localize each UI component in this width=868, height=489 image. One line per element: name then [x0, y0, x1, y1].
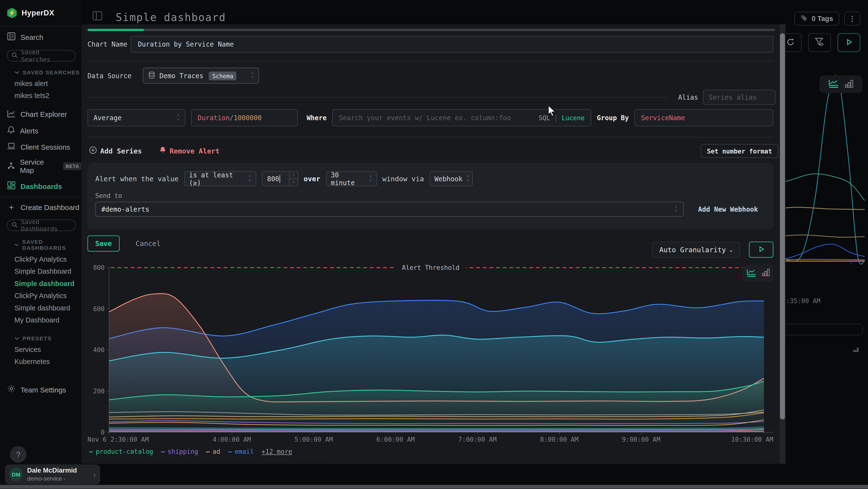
divider — [88, 97, 668, 97]
alert-window-select[interactable]: 30 minute ˄˅ — [326, 171, 377, 186]
saved-searches-placeholder: Saved Searches — [21, 49, 71, 63]
data-source-select[interactable]: Demo Traces Schema ˄˅ — [143, 67, 259, 84]
preset-item-services[interactable]: Services — [0, 343, 82, 356]
data-source-label: Data Source — [88, 72, 143, 79]
saved-search-item[interactable]: mikes alert — [0, 78, 82, 90]
number-spinner[interactable]: ˄˅ — [289, 172, 298, 185]
sidebar-item-team-settings[interactable]: Team Settings — [0, 381, 82, 398]
saved-searches-input[interactable]: Saved Searches — [7, 50, 76, 62]
dashboard-item[interactable]: ClickPy Analytics — [0, 253, 82, 265]
legend-swatch: — — [206, 448, 210, 456]
chart-explorer-icon — [7, 110, 16, 119]
group-by-label: Group By — [597, 114, 629, 122]
series-alias-input[interactable]: Series alias — [703, 90, 776, 105]
preset-item-kubernetes[interactable]: Kubernetes — [0, 356, 82, 368]
query-language-toggle[interactable]: SQL | Lucene — [539, 114, 585, 122]
sidebar-toggle-icon[interactable] — [92, 11, 102, 22]
svg-text:0: 0 — [101, 428, 105, 436]
plus-icon: + — [7, 203, 16, 212]
tile-resize-handle[interactable] — [853, 348, 859, 352]
help-button[interactable]: ? — [10, 446, 27, 463]
sidebar-item-search[interactable]: Search — [0, 29, 82, 46]
saved-search-item[interactable]: mikes tets2 — [0, 90, 82, 102]
legend-swatch: — — [89, 448, 93, 456]
sidebar-item-dashboards[interactable]: Dashboards — [0, 178, 82, 195]
logo[interactable]: ⚡ HyperDX — [0, 0, 82, 24]
x-tick-label: 10:30:00 AM — [731, 436, 774, 443]
alert-config-panel: Alert when the value is at least (≥) ˄˅ … — [88, 163, 774, 230]
add-series-button[interactable]: Add Series — [89, 146, 142, 156]
logo-text: HyperDX — [22, 9, 55, 17]
sidebar-item-client-sessions[interactable]: Client Sessions — [0, 139, 82, 154]
alert-preview-chart: 0200400600800Alert Threshold — [88, 264, 774, 436]
filter-button[interactable] — [808, 33, 831, 52]
aggregation-select[interactable]: Average ˄˅ — [88, 109, 185, 126]
background-tile-2 — [782, 324, 863, 335]
legend-item[interactable]: —ad — [206, 448, 220, 456]
divider — [88, 61, 774, 62]
dashboard-item[interactable]: My Dashboard — [0, 314, 82, 326]
select-chevrons-icon: ˄˅ — [177, 114, 179, 121]
legend-item[interactable]: —product-catalog — [89, 448, 153, 456]
alert-condition-select[interactable]: is at least (≥) ˄˅ — [184, 171, 256, 186]
remove-alert-button[interactable]: Remove Alert — [160, 146, 220, 156]
legend-more-link[interactable]: +12 more — [261, 448, 292, 456]
bell-icon — [7, 126, 15, 136]
page-title: Simple dashboard — [116, 11, 226, 23]
dashboard-item-active[interactable]: Simple dashboard — [0, 278, 82, 290]
line-chart-icon[interactable] — [828, 79, 839, 90]
chevron-right-icon: › — [93, 470, 96, 479]
saved-dashboards-header[interactable]: SAVED DASHBOARDS — [0, 234, 82, 253]
tags-button[interactable]: 0 Tags — [795, 11, 839, 25]
chevron-down-icon — [14, 71, 20, 74]
sidebar-item-service-map[interactable]: Service Map BETA — [0, 155, 82, 178]
run-query-button[interactable] — [838, 33, 860, 52]
set-number-format-button[interactable]: Set number format — [701, 144, 778, 158]
formula-input[interactable]: Duration/1000000 — [191, 109, 298, 126]
user-profile[interactable]: DM Dale McDiarmid demo-service - › — [5, 464, 100, 484]
preview-run-button[interactable] — [749, 241, 773, 258]
tags-label: 0 Tags — [812, 15, 833, 23]
modal-scrollbar-thumb[interactable] — [780, 33, 785, 420]
gear-icon — [7, 384, 16, 394]
x-tick-label: 5:00:00 AM — [294, 436, 333, 443]
legend-item[interactable]: —email — [228, 448, 254, 456]
chart-name-label: Chart Name — [88, 40, 131, 48]
bar-chart-icon[interactable] — [845, 79, 854, 90]
alert-channel-select[interactable]: Webhook ˄˅ — [429, 171, 472, 186]
search-icon — [11, 221, 18, 229]
screen: Simple dashboard 0 Tags ⋮ — [0, 0, 868, 489]
svg-text:200: 200 — [93, 387, 105, 395]
add-new-webhook-button[interactable]: Add New Webhook — [698, 205, 758, 213]
alert-threshold-input[interactable]: 800 ˄˅ — [261, 171, 298, 186]
dashboard-item[interactable]: ClickPy Analytics — [0, 290, 82, 302]
save-button[interactable]: Save — [88, 236, 120, 252]
cancel-button[interactable]: Cancel — [129, 236, 167, 252]
webhook-select[interactable]: #demo-alerts ˄˅ — [95, 202, 684, 217]
saved-searches-header[interactable]: SAVED SEARCHES — [0, 65, 82, 78]
sidebar-item-label: Team Settings — [21, 385, 66, 394]
legend-item[interactable]: —shipping — [161, 448, 198, 456]
dashboard-item[interactable]: Simple Dashboard — [0, 265, 82, 278]
refresh-icon — [786, 37, 795, 48]
send-to-label: Send to — [88, 186, 774, 202]
more-menu-button[interactable]: ⋮ — [844, 11, 860, 25]
chart-type-toggle[interactable] — [742, 264, 774, 282]
create-dashboard-button[interactable]: + Create Dashboard — [0, 200, 82, 215]
line-chart-icon[interactable] — [746, 268, 756, 279]
group-by-input[interactable]: ServiceName — [634, 109, 773, 126]
granularity-select[interactable]: Auto Granularity ⌄ — [652, 241, 740, 258]
where-label: Where — [307, 114, 327, 122]
bar-chart-icon[interactable] — [762, 268, 770, 278]
dashboard-item[interactable]: Simple dashboard — [0, 302, 82, 314]
saved-dashboards-input[interactable]: Saved Dashboards — [7, 220, 76, 231]
background-tile-chart-type-toggle[interactable] — [819, 75, 863, 93]
sidebar-item-chart-explorer[interactable]: Chart Explorer — [0, 107, 82, 123]
viewport: Simple dashboard 0 Tags ⋮ — [0, 0, 868, 489]
saved-dashboards-placeholder: Saved Dashboards — [21, 218, 71, 232]
presets-header[interactable]: PRESETS — [0, 326, 82, 343]
sidebar-item-alerts[interactable]: Alerts — [0, 122, 82, 139]
chart-name-input[interactable]: Duration by Service Name — [131, 36, 774, 53]
svg-text:800: 800 — [93, 264, 105, 271]
user-name: Dale McDiarmid — [27, 467, 89, 475]
